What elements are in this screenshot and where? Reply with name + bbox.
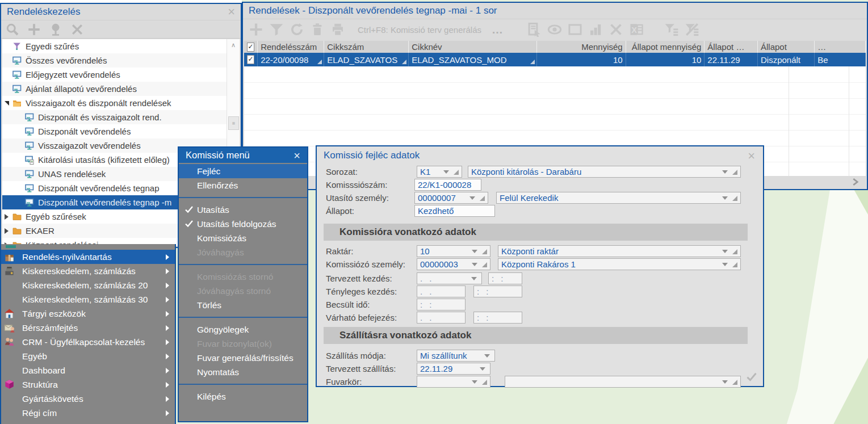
row-checkbox[interactable]: ✓	[247, 55, 254, 64]
scrollbar-thumb[interactable]: ≡	[228, 116, 239, 130]
dropdown-arrow-icon[interactable]	[443, 170, 449, 174]
dropdown-arrow-icon[interactable]	[722, 250, 728, 253]
menu-item[interactable]: Rendelés-nyilvántartás	[1, 250, 175, 264]
column-header[interactable]: Állapot	[758, 41, 815, 53]
input-field[interactable]: : :	[488, 272, 522, 284]
menu-item[interactable]: Kiskereskedelem, számlázás 30	[1, 292, 175, 307]
expander-open-icon[interactable]	[5, 101, 11, 106]
combo-field[interactable]: 00000003	[417, 258, 490, 270]
dropdown-arrow-icon[interactable]	[722, 263, 728, 266]
menu-item[interactable]: Kiskereskedelem, számlázás	[1, 264, 175, 278]
combo-field[interactable]: Központi kitárolás - Darabáru	[468, 166, 741, 178]
combo-field[interactable]: 00000007	[414, 192, 488, 204]
grid-cell[interactable]: 10	[626, 53, 705, 66]
lookup-triangle-icon[interactable]	[482, 249, 487, 254]
column-header[interactable]: Állapot …	[705, 41, 758, 53]
grid-cell[interactable]: 22-20/00098	[258, 53, 324, 66]
chart-icon[interactable]	[588, 22, 603, 37]
dropdown-arrow-icon[interactable]	[480, 367, 485, 371]
combo-field[interactable]	[417, 376, 490, 388]
tree-item[interactable]: Egyedi szűrés	[2, 39, 240, 53]
input-field[interactable]: : :	[417, 299, 466, 310]
grid-cell[interactable]: ✓	[244, 53, 258, 66]
cell-dropdown-triangle-icon[interactable]	[530, 60, 535, 64]
printer-icon[interactable]	[330, 22, 345, 37]
menu-item[interactable]: Egyéb	[1, 349, 175, 363]
dropdown-arrow-icon[interactable]	[472, 380, 477, 384]
grid-cell[interactable]: ELAD_SZAVATOS	[324, 53, 409, 66]
grid-cell[interactable]: 10	[537, 53, 626, 66]
komissio-menu-item[interactable]: Komissiózás	[179, 231, 307, 245]
komissio-menu-item[interactable]: Kilépés	[179, 389, 307, 404]
combo-field[interactable]: Központi Rakáros 1	[498, 258, 741, 270]
combo-field[interactable]: Központi raktár	[498, 245, 741, 257]
input-field[interactable]: : :	[473, 286, 522, 297]
menu-item[interactable]: Bérszámfejtés	[1, 321, 175, 335]
dropdown-arrow-icon[interactable]	[722, 196, 728, 200]
lookup-triangle-icon[interactable]	[482, 380, 487, 385]
column-header[interactable]: Mennyiség	[537, 41, 626, 53]
combo-field[interactable]: K1	[417, 166, 462, 178]
komissio-menu-item[interactable]: Utasítás feldolgozás	[179, 217, 307, 231]
lookup-triangle-icon[interactable]	[732, 249, 737, 254]
column-header[interactable]: Állapot mennyiség	[626, 41, 705, 53]
dropdown-arrow-icon[interactable]	[471, 277, 477, 280]
tree-item[interactable]: Diszponált és visszaigazolt rend.	[2, 110, 240, 124]
filter-column-icon[interactable]	[664, 22, 679, 37]
cell-dropdown-triangle-icon[interactable]	[317, 60, 322, 64]
menu-item[interactable]: Dashboard	[1, 363, 175, 377]
combo-field[interactable]: . .	[417, 272, 482, 284]
orders-grid-selected-row[interactable]: ✓22-20/00098ELAD_SZAVATOSELAD_SZAVATOS_M…	[244, 53, 866, 66]
grid-cell[interactable]: ELAD_SZAVATOS_MOD	[409, 53, 537, 66]
search-icon[interactable]	[6, 23, 19, 36]
close-icon[interactable]: ×	[748, 149, 755, 163]
confirm-check-icon[interactable]	[746, 371, 757, 385]
column-header[interactable]: Cikkszám	[324, 41, 409, 53]
column-header[interactable]: …	[815, 41, 866, 53]
komissio-menu-item[interactable]: Nyomtatás	[179, 365, 307, 379]
input-field[interactable]: 22/K1-000028	[414, 179, 481, 191]
dropdown-arrow-icon[interactable]	[469, 196, 475, 200]
tree-icon[interactable]	[49, 23, 62, 36]
tree-item[interactable]: Visszaigazolt és diszponált rendelések	[2, 96, 240, 110]
tree-item[interactable]: Előjegyzett vevőrendelés	[2, 68, 240, 82]
close-icon[interactable]: ×	[293, 150, 300, 161]
dropdown-arrow-icon[interactable]	[722, 170, 728, 174]
dropdown-arrow-icon[interactable]	[722, 380, 728, 384]
combo-field[interactable]: Felül Kerekedik	[496, 192, 741, 204]
menu-item[interactable]: Kiskereskedelem, számlázás 20	[1, 278, 175, 292]
excel-icon[interactable]: X	[629, 22, 644, 37]
dropdown-arrow-icon[interactable]	[472, 250, 477, 253]
detach-icon[interactable]	[70, 23, 84, 36]
scroll-up-icon[interactable]: ∧	[227, 39, 240, 49]
lookup-triangle-icon[interactable]	[480, 196, 485, 201]
window-icon[interactable]	[568, 22, 582, 37]
menu-item[interactable]: Struktúra	[1, 377, 175, 392]
combo-field[interactable]: 22.11.29	[417, 363, 490, 375]
input-field[interactable]: : :	[473, 312, 522, 324]
scroll-right-icon[interactable]	[850, 177, 860, 189]
close-icon[interactable]: ×	[228, 6, 235, 18]
eye-icon[interactable]	[547, 22, 562, 37]
expander-closed-icon[interactable]	[5, 228, 11, 234]
dropdown-arrow-icon[interactable]	[472, 263, 477, 266]
report-icon[interactable]	[527, 22, 542, 37]
tree-item[interactable]: Ajánlat állapotú vevőrendelés	[2, 82, 240, 96]
dropdown-arrow-icon[interactable]	[484, 354, 490, 358]
column-header[interactable]: Rendelésszám	[258, 41, 324, 53]
input-field[interactable]: . .	[417, 312, 466, 324]
menu-item[interactable]: Tárgyi eszközök	[1, 307, 175, 321]
komissio-menu-item[interactable]: Törlés	[179, 298, 307, 312]
lookup-triangle-icon[interactable]	[732, 196, 737, 201]
lookup-triangle-icon[interactable]	[732, 170, 737, 175]
refresh-icon[interactable]	[290, 22, 304, 37]
menu-item[interactable]: Gyártáskövetés	[1, 392, 175, 406]
input-field[interactable]: Kezdhető	[414, 205, 495, 217]
lookup-triangle-icon[interactable]	[454, 170, 459, 175]
add-icon[interactable]	[249, 22, 263, 37]
more-actions-icon[interactable]: …	[492, 23, 504, 36]
grid-cell[interactable]: Be	[815, 53, 866, 66]
komissio-menu-item[interactable]: Ellenőrzés	[179, 178, 307, 192]
komissio-menu-item[interactable]: Utasítás	[179, 203, 307, 217]
column-header[interactable]: ✓	[244, 41, 258, 53]
